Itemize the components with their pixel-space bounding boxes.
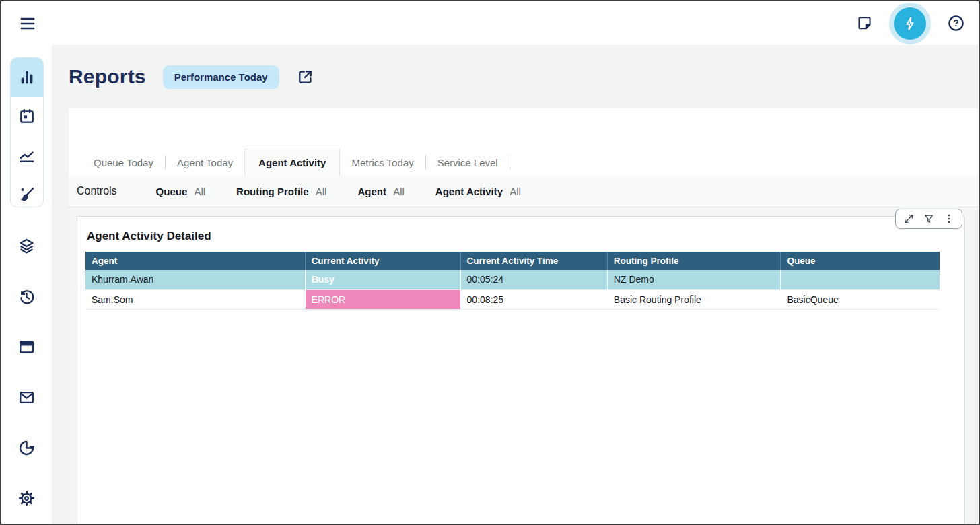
hamburger-icon: [19, 15, 36, 32]
sidebar-item-pages[interactable]: [10, 322, 44, 372]
column-header-current-activity-time[interactable]: Current Activity Time: [460, 252, 607, 270]
page-header: Reports Performance Today: [52, 45, 979, 108]
filter-agent-name: Agent: [357, 186, 386, 197]
help-button[interactable]: ?: [947, 14, 965, 32]
tab-queue-today[interactable]: Queue Today: [82, 149, 165, 176]
controls-label: Controls: [77, 185, 117, 197]
card-title: Agent Activity Detailed: [87, 230, 940, 243]
external-link-icon: [296, 68, 314, 86]
bar-chart-icon: [18, 69, 36, 86]
current-activity-cell: ERROR: [305, 289, 460, 309]
boost-button[interactable]: [894, 7, 926, 40]
vertical-ellipsis-icon: [944, 213, 954, 224]
table-header-row: Agent Current Activity Current Activity …: [85, 252, 940, 270]
queue-cell: BasicQueue: [781, 289, 940, 309]
gear-icon: [18, 489, 36, 508]
routing-profile-cell: Basic Routing Profile: [607, 289, 781, 309]
column-header-queue[interactable]: Queue: [781, 252, 940, 270]
question-circle-icon: ?: [947, 14, 965, 32]
filter-agent-value: All: [393, 186, 405, 197]
tab-agent-activity[interactable]: Agent Activity: [244, 149, 340, 176]
envelope-icon: [18, 388, 36, 407]
body: Reports Performance Today Queue Today: [1, 45, 979, 524]
filter-agent-activity-name: Agent Activity: [435, 186, 503, 197]
filter-agent-activity-value: All: [510, 186, 521, 197]
sidebar-item-history[interactable]: [10, 271, 44, 322]
diagonal-arrows-icon: [903, 213, 914, 224]
current-activity-cell: Busy: [305, 270, 460, 289]
calendar-icon: [18, 108, 36, 125]
more-options-button[interactable]: [944, 213, 954, 224]
sidebar-item-settings[interactable]: [10, 473, 44, 524]
routing-profile-cell: NZ Demo: [607, 270, 781, 289]
agent-cell: Sam.Som: [85, 289, 305, 309]
pie-chart-icon: [18, 439, 36, 457]
report-name-badge: Performance Today: [163, 65, 279, 89]
tab-divider: [510, 155, 510, 170]
filter-agent-activity[interactable]: Agent Activity All: [435, 186, 521, 197]
queue-cell: [781, 270, 940, 289]
lightning-bolt-icon: [902, 15, 918, 32]
filter-routing-profile[interactable]: Routing Profile All: [236, 186, 326, 197]
main-area: Reports Performance Today Queue Today: [52, 45, 979, 524]
current-activity-time-cell: 00:05:24: [460, 270, 607, 289]
topbar-actions: ?: [856, 3, 965, 44]
browser-window-icon: [18, 338, 36, 356]
current-activity-time-cell: 00:08:25: [460, 289, 607, 309]
filter-agent[interactable]: Agent All: [357, 186, 404, 197]
top-bar: ?: [1, 1, 979, 45]
filter-routing-profile-name: Routing Profile: [236, 186, 309, 197]
app-window: ?: [0, 0, 980, 525]
sidebar-item-customize[interactable]: [11, 175, 43, 207]
column-header-routing-profile[interactable]: Routing Profile: [607, 252, 781, 270]
tab-metrics-today[interactable]: Metrics Today: [340, 149, 425, 176]
filter-button[interactable]: [923, 213, 934, 224]
funnel-icon: [923, 213, 934, 224]
line-chart-icon: [18, 147, 36, 164]
filter-queue[interactable]: Queue All: [156, 186, 206, 197]
content-area: Agent Activity Detailed Agent Current Ac…: [69, 207, 979, 524]
table-row[interactable]: Sam.Som ERROR 00:08:25 Basic Routing Pro…: [85, 289, 940, 309]
tab-agent-today[interactable]: Agent Today: [166, 149, 244, 176]
agent-cell: Khurram.Awan: [85, 270, 305, 289]
sidebar-item-metrics[interactable]: [11, 136, 43, 175]
reports-nav-group: [10, 57, 44, 207]
filter-queue-value: All: [194, 186, 205, 197]
clock-history-icon: [18, 287, 36, 306]
note-icon: [856, 15, 873, 32]
report-tabs: Queue Today Agent Today Agent Activity M…: [69, 149, 979, 176]
boost-button-halo: [889, 3, 931, 44]
column-header-current-activity[interactable]: Current Activity: [305, 252, 460, 270]
page-title: Reports: [69, 65, 146, 88]
sidebar-item-reports[interactable]: [11, 58, 43, 97]
menu-button[interactable]: [19, 15, 36, 32]
paint-brush-icon: [18, 186, 36, 203]
table-row[interactable]: Khurram.Awan Busy 00:05:24 NZ Demo: [85, 270, 940, 289]
filter-routing-profile-value: All: [316, 186, 327, 197]
svg-text:?: ?: [953, 18, 959, 28]
notes-button[interactable]: [856, 15, 873, 32]
agent-activity-card: Agent Activity Detailed Agent Current Ac…: [77, 216, 965, 524]
expand-button[interactable]: [903, 213, 914, 224]
layers-icon: [18, 237, 36, 255]
card-toolbar: [895, 209, 963, 229]
controls-bar: Controls Queue All Routing Profile All A…: [69, 176, 979, 207]
sidebar-item-schedule[interactable]: [11, 97, 43, 136]
filter-queue-name: Queue: [156, 186, 188, 197]
left-navigation-rail: [1, 45, 52, 524]
sidebar-item-layers[interactable]: [10, 221, 44, 271]
sidebar-item-analytics[interactable]: [10, 423, 44, 473]
column-header-agent[interactable]: Agent: [85, 252, 305, 270]
open-external-button[interactable]: [296, 68, 314, 86]
report-panel: Queue Today Agent Today Agent Activity M…: [69, 108, 979, 524]
secondary-nav-list: [10, 221, 44, 524]
tab-service-level[interactable]: Service Level: [426, 149, 510, 176]
sidebar-item-messages[interactable]: [10, 372, 44, 423]
panel-spacer: [69, 108, 979, 149]
agent-activity-table: Agent Current Activity Current Activity …: [85, 252, 940, 310]
